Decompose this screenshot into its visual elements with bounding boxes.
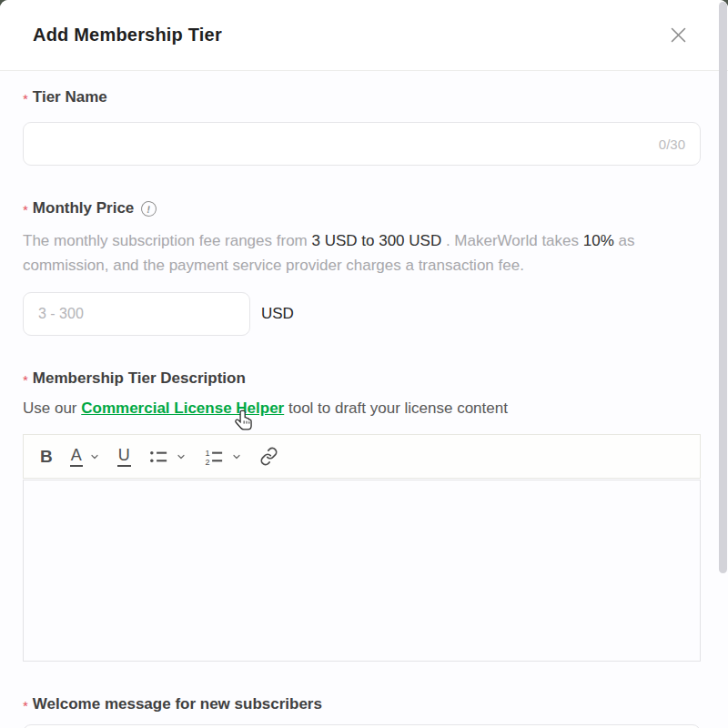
scrollbar-thumb[interactable] <box>719 2 727 573</box>
required-asterisk: * <box>23 91 28 106</box>
underline-button[interactable]: U <box>117 447 131 467</box>
text-color-button[interactable]: A <box>70 447 83 467</box>
svg-text:2: 2 <box>205 458 209 467</box>
price-input-wrapper <box>23 292 250 336</box>
commission-pct-text: 10% <box>583 232 614 249</box>
tier-name-input-wrapper: 0/30 <box>23 122 701 166</box>
price-range-text: 3 USD to 300 USD <box>311 232 441 249</box>
chevron-down-icon <box>231 451 242 462</box>
monthly-price-label: * Monthly Price ! <box>23 199 701 217</box>
svg-text:1: 1 <box>205 449 209 458</box>
tier-description-label-text: Membership Tier Description <box>33 369 246 388</box>
monthly-price-label-text: Monthly Price <box>33 199 134 217</box>
tier-description-label: * Membership Tier Description <box>23 369 701 388</box>
chevron-down-icon <box>176 451 187 462</box>
link-icon <box>259 447 278 466</box>
modal-title: Add Membership Tier <box>33 25 222 46</box>
welcome-message-label: * Welcome message for new subscribers <box>23 695 701 713</box>
editor-toolbar: B A U <box>23 434 701 479</box>
link-button[interactable] <box>259 447 278 466</box>
helper-prefix-text: Use our <box>23 399 81 417</box>
info-icon[interactable]: ! <box>140 199 158 217</box>
ordered-list-dropdown[interactable] <box>231 451 242 462</box>
tier-name-label: * Tier Name <box>23 88 701 106</box>
bullet-list-group <box>148 446 187 467</box>
add-membership-tier-modal: Add Membership Tier * Tier Name 0/30 * M… <box>0 0 728 728</box>
welcome-message-input-wrapper <box>23 724 701 728</box>
underline-icon: U <box>117 447 131 467</box>
monthly-price-input[interactable] <box>38 306 235 322</box>
close-button[interactable] <box>666 24 690 47</box>
close-icon <box>671 27 686 43</box>
bullet-list-icon <box>148 446 169 467</box>
bullet-list-dropdown[interactable] <box>176 451 187 462</box>
required-asterisk: * <box>23 372 28 388</box>
price-desc-text: . MakerWorld takes <box>441 232 583 249</box>
welcome-message-label-text: Welcome message for new subscribers <box>33 695 322 713</box>
ordered-list-button[interactable]: 1 2 <box>204 446 225 467</box>
required-asterisk: * <box>23 698 28 713</box>
required-asterisk: * <box>23 202 28 217</box>
tier-name-label-text: Tier Name <box>33 88 107 106</box>
ordered-list-group: 1 2 <box>204 446 242 467</box>
description-editor-area[interactable] <box>23 480 701 662</box>
text-color-group: A <box>70 447 100 467</box>
commercial-license-helper-link[interactable]: Commercial License Helper <box>81 399 284 417</box>
text-color-dropdown[interactable] <box>89 451 100 462</box>
currency-label: USD <box>261 305 294 323</box>
chevron-down-icon <box>89 451 100 462</box>
helper-suffix-text: tool to draft your license content <box>284 399 508 417</box>
bold-button[interactable]: B <box>40 448 53 465</box>
modal-header: Add Membership Tier <box>0 0 728 71</box>
tier-name-input[interactable] <box>38 136 648 152</box>
bullet-list-button[interactable] <box>148 446 169 467</box>
text-color-icon: A <box>70 447 83 467</box>
price-row: USD <box>23 292 701 336</box>
rich-text-editor: B A U <box>23 434 701 662</box>
tier-name-char-counter: 0/30 <box>659 136 685 152</box>
monthly-price-description: The monthly subscription fee ranges from… <box>23 228 671 278</box>
modal-body: * Tier Name 0/30 * Monthly Price ! The m… <box>0 71 728 728</box>
price-desc-text: The monthly subscription fee ranges from <box>23 232 311 249</box>
bold-icon: B <box>40 448 53 465</box>
license-helper-line: Use our Commercial License Helper tool t… <box>23 399 701 418</box>
ordered-list-icon: 1 2 <box>204 446 225 467</box>
